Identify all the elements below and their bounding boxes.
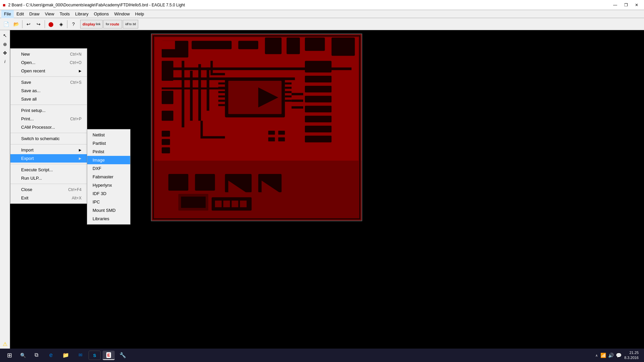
menu-exit[interactable]: Exit Alt+X: [10, 194, 87, 202]
menu-window[interactable]: Window: [112, 10, 132, 18]
taskbar-skype[interactable]: S: [89, 351, 101, 360]
clock-date: 8.3.2016: [624, 355, 639, 360]
svg-rect-62: [181, 197, 206, 208]
menu-file[interactable]: File: [1, 10, 14, 18]
svg-rect-15: [162, 111, 173, 121]
svg-rect-28: [285, 100, 291, 102]
svg-rect-7: [305, 38, 325, 51]
export-hyperlynx[interactable]: Hyperlynx: [87, 181, 130, 189]
tool-info[interactable]: i: [1, 58, 9, 66]
menu-save-as[interactable]: Save as...: [10, 86, 87, 95]
svg-rect-5: [265, 38, 282, 54]
menu-edit[interactable]: Edit: [14, 10, 26, 18]
svg-rect-14: [162, 91, 173, 104]
svg-rect-35: [305, 126, 331, 132]
menu-run-ulp[interactable]: Run ULP...: [10, 174, 87, 182]
svg-rect-33: [305, 106, 331, 112]
menu-execute-script[interactable]: Execute Script...: [10, 166, 87, 174]
svg-rect-32: [305, 96, 331, 103]
toolbar-redo[interactable]: ↪: [34, 19, 43, 29]
menu-print-setup[interactable]: Print setup...: [10, 106, 87, 115]
export-pinlist[interactable]: Pinlist: [87, 147, 130, 156]
window-title: 2 Board - C:\Users\jpmak_000\Documents\e…: [8, 3, 185, 7]
start-button[interactable]: ⊞: [3, 350, 16, 361]
export-partlist[interactable]: Partlist: [87, 139, 130, 147]
menu-draw[interactable]: Draw: [26, 10, 42, 18]
menu-library[interactable]: Library: [72, 10, 91, 18]
toolbar-action[interactable]: ◈: [56, 19, 66, 29]
pcb-board: [151, 34, 362, 221]
menu-export[interactable]: Export ▶: [10, 154, 87, 163]
menu-new[interactable]: New Ctrl+N: [10, 50, 87, 58]
toolbar-route-btn[interactable]: for route: [103, 20, 122, 28]
export-dxf[interactable]: DXF: [87, 164, 130, 173]
menu-save[interactable]: Save Ctrl+S: [10, 78, 87, 86]
svg-rect-13: [162, 61, 173, 81]
toolbar-idf-btn[interactable]: idf to 3d: [123, 20, 138, 28]
svg-rect-3: [192, 41, 231, 49]
menu-switch-schematic[interactable]: Switch to schematic: [10, 134, 87, 143]
menu-open[interactable]: Open... Ctrl+O: [10, 58, 87, 67]
svg-rect-27: [285, 96, 291, 98]
canvas-area[interactable]: New Ctrl+N Open... Ctrl+O Open recent ▶ …: [10, 30, 644, 349]
svg-rect-48: [162, 131, 170, 137]
menu-options[interactable]: Options: [91, 10, 112, 18]
menu-import[interactable]: Import ▶: [10, 146, 87, 154]
tray-network: 📶: [600, 353, 606, 358]
menu-view[interactable]: View: [42, 10, 57, 18]
maximize-button[interactable]: ❐: [621, 2, 631, 8]
close-button[interactable]: ✕: [632, 2, 641, 8]
menu-tools[interactable]: Tools: [57, 10, 72, 18]
menu-close[interactable]: Close Ctrl+F4: [10, 185, 87, 194]
export-ipc[interactable]: IPC: [87, 198, 130, 206]
taskbar-explorer[interactable]: 📁: [59, 350, 72, 361]
menu-print[interactable]: Print... Ctrl+P: [10, 115, 87, 123]
menu-open-recent[interactable]: Open recent ▶: [10, 67, 87, 75]
export-netlist[interactable]: Netlist: [87, 131, 130, 139]
clock[interactable]: 21.25 8.3.2016: [624, 350, 639, 361]
svg-rect-43: [195, 174, 215, 191]
sep3: [10, 133, 87, 133]
menu-save-all[interactable]: Save all: [10, 95, 87, 103]
svg-rect-40: [207, 67, 209, 111]
toolbar-new[interactable]: 📄: [1, 19, 11, 29]
tool-select[interactable]: ↖: [1, 32, 9, 40]
menu-help[interactable]: Help: [132, 10, 147, 18]
svg-rect-8: [331, 38, 355, 56]
toolbar-display-btn[interactable]: display link: [80, 20, 103, 28]
svg-rect-34: [305, 116, 331, 122]
svg-rect-39: [198, 64, 201, 121]
taskbar-search[interactable]: 🔍: [17, 350, 28, 361]
tool-move[interactable]: ✥: [1, 49, 9, 57]
menu-bar: File Edit Draw View Tools Library Option…: [0, 10, 644, 18]
toolbar-open[interactable]: 📂: [11, 19, 21, 29]
svg-rect-42: [168, 174, 189, 191]
toolbar-help[interactable]: ?: [69, 19, 78, 29]
menu-cam-processor[interactable]: CAM Processor...: [10, 123, 87, 131]
taskbar-edge[interactable]: e: [44, 350, 58, 361]
export-fabmaster[interactable]: Fabmaster: [87, 173, 130, 181]
svg-rect-29: [305, 61, 331, 72]
minimize-button[interactable]: —: [610, 2, 620, 8]
taskbar-tools[interactable]: 🔧: [116, 350, 129, 361]
tray-up-arrow[interactable]: ∧: [595, 354, 598, 357]
svg-rect-25: [285, 87, 291, 89]
taskbar-task-view[interactable]: ⧉: [30, 350, 43, 361]
toolbar-sep1: [22, 20, 22, 28]
taskbar-eagle[interactable]: E: [103, 351, 115, 360]
export-mount-smd[interactable]: Mount SMD: [87, 206, 130, 215]
svg-rect-26: [285, 91, 291, 93]
export-image[interactable]: Image: [87, 156, 130, 164]
toolbar-undo[interactable]: ↩: [24, 19, 33, 29]
warning-icon: ⚠: [3, 341, 7, 347]
taskbar-mail[interactable]: ✉: [74, 350, 87, 361]
window-controls: — ❐ ✕: [610, 2, 641, 8]
export-idf3d[interactable]: IDF 3D: [87, 189, 130, 198]
tool-zoom[interactable]: ⊕: [1, 40, 9, 48]
svg-rect-23: [218, 104, 225, 106]
svg-rect-52: [215, 200, 222, 207]
toolbar-stop[interactable]: ⬤: [46, 19, 56, 29]
app-icon: ■: [3, 2, 5, 8]
sep1: [10, 76, 87, 77]
export-libraries[interactable]: Libraries: [87, 215, 130, 223]
